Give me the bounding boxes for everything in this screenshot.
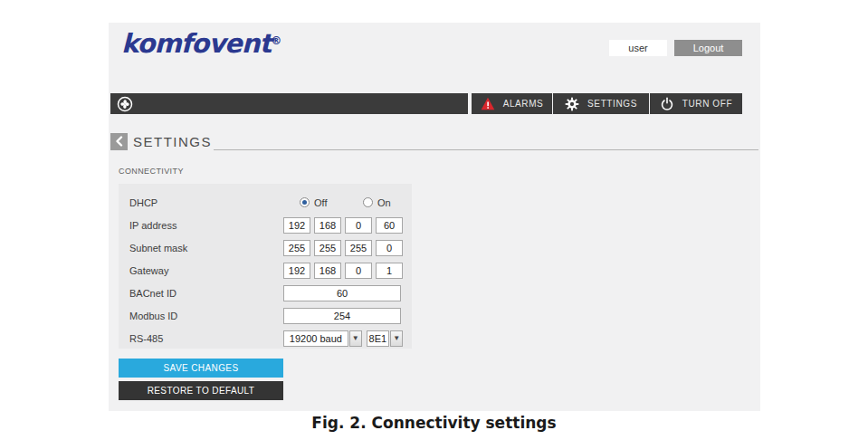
- gateway-octet-4[interactable]: [376, 263, 403, 279]
- form-row-bacnet: BACnet ID: [119, 282, 412, 304]
- document-page: komfovent® user Logout: [0, 0, 868, 440]
- gateway-octet-group: [283, 263, 403, 279]
- subnet-label: Subnet mask: [129, 243, 283, 253]
- dhcp-on-label: On: [377, 197, 391, 208]
- back-button[interactable]: [110, 133, 128, 150]
- modbus-id-input[interactable]: [283, 308, 401, 324]
- app-screenshot-panel: komfovent® user Logout: [109, 23, 760, 411]
- heading-underline: [214, 135, 758, 150]
- rs485-parity-select[interactable]: 8E1: [367, 330, 390, 347]
- fan-icon: [117, 96, 133, 112]
- form-row-subnet: Subnet mask: [119, 236, 412, 259]
- form-row-modbus: Modbus ID: [119, 304, 412, 327]
- gear-icon: [565, 97, 579, 111]
- nav-turnoff-label: TURN OFF: [682, 99, 732, 109]
- dhcp-label: DHCP: [129, 197, 283, 208]
- bacnet-label: BACnet ID: [129, 288, 283, 299]
- ip-octet-group: [283, 217, 403, 234]
- logo-text: komfovent: [121, 28, 271, 59]
- form-row-ip: IP address: [119, 214, 412, 236]
- rs485-baud-dropdown-arrow-icon[interactable]: ▼: [349, 330, 362, 347]
- dhcp-on-radio[interactable]: [363, 197, 373, 207]
- section-label: CONNECTIVITY: [119, 167, 184, 176]
- home-nav-segment[interactable]: [110, 93, 468, 114]
- dhcp-on-option: On: [363, 197, 391, 208]
- connectivity-form: DHCP Off On IP address: [119, 184, 412, 349]
- form-row-dhcp: DHCP Off On: [119, 191, 412, 214]
- chevron-left-icon: [115, 134, 124, 150]
- nav-item-turnoff[interactable]: TURN OFF: [650, 93, 742, 114]
- nav-settings-label: SETTINGS: [587, 99, 637, 109]
- modbus-field-wrap: [283, 308, 403, 324]
- nav-alarms-label: ALARMS: [503, 99, 544, 109]
- ip-octet-1[interactable]: [283, 217, 310, 234]
- dhcp-off-radio[interactable]: [300, 197, 310, 207]
- modbus-label: Modbus ID: [129, 311, 283, 321]
- bacnet-field-wrap: [283, 285, 403, 301]
- nav-item-settings[interactable]: SETTINGS: [553, 93, 649, 114]
- subnet-octet-1[interactable]: [283, 240, 310, 256]
- page-heading: SETTINGS: [110, 133, 758, 150]
- logout-button[interactable]: Logout: [674, 40, 742, 56]
- ip-octet-2[interactable]: [314, 217, 341, 234]
- power-icon: [660, 97, 674, 111]
- ip-octet-4[interactable]: [376, 217, 403, 234]
- figure-caption: Fig. 2. Connectivity settings: [0, 414, 868, 432]
- page-title: SETTINGS: [133, 133, 212, 150]
- ip-label: IP address: [129, 220, 283, 231]
- form-row-rs485: RS-485 19200 baud ▼ 8E1 ▼: [119, 327, 412, 349]
- subnet-octet-4[interactable]: [376, 240, 403, 256]
- registered-mark: ®: [271, 34, 281, 47]
- ip-octet-3[interactable]: [345, 217, 372, 234]
- gateway-octet-1[interactable]: [283, 263, 310, 279]
- main-navbar: ALARMS: [110, 93, 742, 114]
- nav-item-alarms[interactable]: ALARMS: [472, 93, 552, 114]
- dhcp-radio-group: Off On: [283, 197, 403, 208]
- gateway-label: Gateway: [129, 265, 283, 276]
- rs485-label: RS-485: [129, 333, 283, 344]
- alarm-warning-icon: [481, 97, 495, 110]
- komfovent-logo: komfovent®: [121, 28, 281, 59]
- subnet-octet-3[interactable]: [345, 240, 372, 256]
- save-changes-button[interactable]: SAVE CHANGES: [119, 359, 283, 378]
- rs485-field-wrap: 19200 baud ▼ 8E1 ▼: [283, 330, 403, 347]
- restore-default-button[interactable]: RESTORE TO DEFAULT: [119, 381, 283, 400]
- gateway-octet-3[interactable]: [345, 263, 372, 279]
- bacnet-id-input[interactable]: [283, 285, 401, 301]
- username-field[interactable]: user: [609, 40, 667, 56]
- dhcp-off-option: Off: [300, 197, 363, 208]
- subnet-octet-group: [283, 240, 403, 256]
- gateway-octet-2[interactable]: [314, 263, 341, 279]
- rs485-parity-dropdown-arrow-icon[interactable]: ▼: [390, 330, 403, 347]
- dhcp-off-label: Off: [314, 197, 327, 208]
- subnet-octet-2[interactable]: [314, 240, 341, 256]
- form-row-gateway: Gateway: [119, 259, 412, 282]
- rs485-baud-select[interactable]: 19200 baud: [283, 330, 348, 347]
